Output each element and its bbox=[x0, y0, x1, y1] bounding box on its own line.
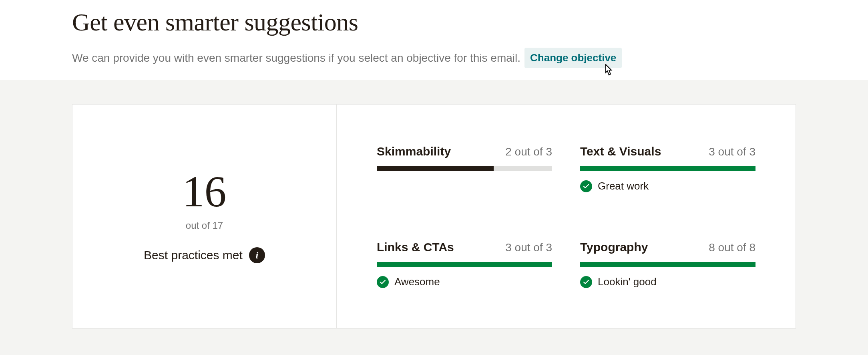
progress-fill bbox=[580, 166, 755, 171]
metric-text-visuals: Text & Visuals 3 out of 3 Great work bbox=[580, 145, 755, 208]
metric-footer: Awesome bbox=[377, 276, 552, 288]
change-objective-link[interactable]: Change objective bbox=[524, 48, 622, 68]
header-section: Get even smarter suggestions We can prov… bbox=[0, 0, 868, 80]
metric-footer: Lookin' good bbox=[580, 276, 755, 288]
cursor-pointer-icon bbox=[603, 64, 614, 79]
metrics-grid: Skimmability 2 out of 3 Text & Visuals 3… bbox=[337, 105, 796, 328]
metric-links-ctas: Links & CTAs 3 out of 3 Awesome bbox=[377, 240, 552, 304]
metric-head: Text & Visuals 3 out of 3 bbox=[580, 145, 755, 158]
progress-fill bbox=[377, 166, 494, 171]
metric-title: Typography bbox=[580, 240, 648, 254]
progress-fill bbox=[580, 262, 755, 267]
metric-title: Links & CTAs bbox=[377, 240, 454, 254]
check-icon bbox=[580, 180, 592, 192]
progress-bar bbox=[377, 166, 552, 171]
progress-bar bbox=[580, 262, 755, 267]
metric-title: Skimmability bbox=[377, 145, 451, 158]
metric-title: Text & Visuals bbox=[580, 145, 661, 158]
summary-pane: 16 out of 17 Best practices met i bbox=[72, 105, 337, 328]
metric-score: 3 out of 3 bbox=[709, 145, 755, 158]
metric-skimmability: Skimmability 2 out of 3 bbox=[377, 145, 552, 208]
page-title: Get even smarter suggestions bbox=[72, 8, 868, 36]
summary-out-of: out of 17 bbox=[186, 220, 223, 231]
metrics-panel-background: 16 out of 17 Best practices met i Skimma… bbox=[0, 80, 868, 355]
metric-score: 2 out of 3 bbox=[505, 145, 552, 158]
metrics-card: 16 out of 17 Best practices met i Skimma… bbox=[72, 104, 796, 329]
metric-head: Typography 8 out of 8 bbox=[580, 240, 755, 254]
summary-score: 16 bbox=[183, 169, 227, 214]
change-objective-label: Change objective bbox=[530, 52, 616, 64]
metric-footer-label: Awesome bbox=[394, 276, 440, 288]
check-icon bbox=[377, 276, 389, 288]
page-subtitle: We can provide you with even smarter sug… bbox=[72, 52, 520, 65]
info-icon[interactable]: i bbox=[249, 247, 265, 263]
best-practices-row: Best practices met i bbox=[144, 247, 265, 263]
best-practices-label: Best practices met bbox=[144, 248, 243, 262]
metric-head: Links & CTAs 3 out of 3 bbox=[377, 240, 552, 254]
progress-fill bbox=[377, 262, 552, 267]
metric-footer-label: Lookin' good bbox=[598, 276, 657, 288]
check-icon bbox=[580, 276, 592, 288]
progress-bar bbox=[580, 166, 755, 171]
progress-bar bbox=[377, 262, 552, 267]
metric-typography: Typography 8 out of 8 Lookin' good bbox=[580, 240, 755, 304]
metric-score: 3 out of 3 bbox=[505, 241, 552, 254]
metric-score: 8 out of 8 bbox=[709, 241, 755, 254]
metric-head: Skimmability 2 out of 3 bbox=[377, 145, 552, 158]
subtitle-row: We can provide you with even smarter sug… bbox=[72, 48, 868, 68]
metric-footer: Great work bbox=[580, 180, 755, 192]
metric-footer-label: Great work bbox=[598, 180, 649, 192]
